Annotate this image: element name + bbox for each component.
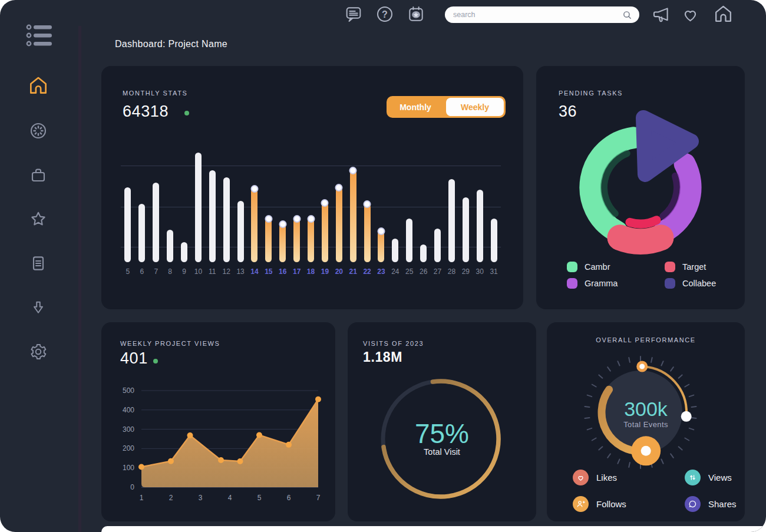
bar-tick-label: 29 bbox=[462, 267, 470, 276]
bar-tick-label: 30 bbox=[476, 267, 484, 276]
legend-item-cambr: Cambr bbox=[567, 262, 665, 272]
help-icon[interactable]: ? bbox=[375, 5, 394, 24]
sidebar-item-documents[interactable] bbox=[29, 254, 48, 273]
performance-gauge bbox=[547, 322, 745, 470]
bar-slot-30: 30 bbox=[473, 144, 487, 276]
pending-tasks-label: PENDING TASKS bbox=[559, 90, 623, 97]
calendar-star-icon[interactable] bbox=[407, 5, 425, 24]
gauge-caption: Total Events bbox=[547, 420, 745, 429]
sidebar-item-bag[interactable] bbox=[29, 166, 48, 184]
weekly-views-area-chart: 01002003004005001234567 bbox=[101, 322, 335, 521]
bar-day-22 bbox=[364, 204, 371, 262]
bar-day-31 bbox=[491, 219, 497, 262]
gridline bbox=[121, 166, 501, 166]
bar-day-6 bbox=[138, 204, 145, 262]
legend-swatch bbox=[665, 278, 675, 289]
sidebar-item-dashboard[interactable] bbox=[29, 121, 48, 140]
chat-icon[interactable] bbox=[344, 5, 363, 24]
bar-knob bbox=[307, 215, 315, 223]
legend-item-target: Target bbox=[665, 262, 726, 272]
search-bar bbox=[445, 6, 639, 23]
bar-day-30 bbox=[477, 190, 483, 263]
performance-legend-item-likes: Likes bbox=[573, 470, 685, 485]
bar-day-19 bbox=[322, 203, 328, 262]
bar-tick-label: 20 bbox=[335, 267, 343, 276]
bar-slot-23: 23 bbox=[374, 144, 388, 276]
bar-slot-10: 10 bbox=[191, 144, 205, 276]
bar-tick-label: 22 bbox=[363, 267, 371, 276]
bar-slot-24: 24 bbox=[388, 144, 402, 276]
performance-legend-label: Shares bbox=[708, 499, 737, 509]
bar-tick-label: 24 bbox=[391, 267, 399, 276]
bar-slot-25: 25 bbox=[402, 144, 417, 276]
bar-day-12 bbox=[223, 177, 230, 262]
menu-list-icon[interactable] bbox=[26, 24, 57, 47]
bar-tick-label: 26 bbox=[420, 267, 427, 276]
toggle-monthly-button[interactable]: Monthly bbox=[387, 96, 444, 118]
visits-card: VISITS OF 2023 1.18M 75% Total Visit bbox=[348, 322, 536, 521]
svg-text:100: 100 bbox=[123, 464, 134, 472]
bar-slot-16: 16 bbox=[276, 144, 290, 276]
svg-text:2: 2 bbox=[169, 494, 173, 502]
sidebar-item-favorites[interactable] bbox=[29, 210, 48, 229]
bar-slot-6: 6 bbox=[135, 144, 149, 276]
arrows-up-down-icon bbox=[685, 470, 701, 485]
legend-label: Target bbox=[682, 262, 706, 272]
monthly-stats-value: 64318 bbox=[123, 103, 169, 121]
bar-knob bbox=[250, 185, 258, 193]
gridline bbox=[121, 207, 501, 207]
bar-tick-label: 11 bbox=[209, 267, 216, 276]
bar-tick-label: 19 bbox=[321, 267, 329, 276]
toggle-weekly-button[interactable]: Weekly bbox=[446, 98, 504, 116]
sidebar-item-home[interactable] bbox=[27, 74, 49, 97]
bar-day-24 bbox=[392, 239, 398, 262]
bar-knob bbox=[321, 199, 329, 207]
bar-knob bbox=[349, 167, 357, 174]
svg-text:6: 6 bbox=[287, 494, 291, 502]
sidebar-item-settings[interactable] bbox=[29, 342, 48, 361]
search-icon[interactable] bbox=[622, 10, 632, 20]
legend-label: Collabee bbox=[682, 279, 716, 288]
svg-text:200: 200 bbox=[123, 444, 134, 452]
bar-tick-label: 8 bbox=[168, 267, 172, 276]
performance-legend-item-shares: Shares bbox=[685, 496, 737, 512]
dashboard-app: Dashboard: Project Name ? bbox=[0, 0, 766, 532]
legend-label: Gramma bbox=[585, 279, 618, 288]
bar-day-16 bbox=[279, 224, 286, 262]
bar-slot-19: 19 bbox=[318, 144, 332, 276]
sidebar-item-downloads[interactable] bbox=[29, 299, 47, 316]
performance-legend-label: Views bbox=[708, 472, 732, 483]
bar-slot-20: 20 bbox=[332, 144, 346, 276]
bar-slot-7: 7 bbox=[149, 144, 163, 276]
bar-slot-31: 31 bbox=[487, 144, 501, 276]
svg-text:400: 400 bbox=[123, 406, 134, 414]
overall-performance-card: OVERALL PERFORMANCE 300k Total Events Li… bbox=[547, 322, 745, 521]
bar-day-29 bbox=[463, 197, 469, 262]
bar-knob bbox=[265, 215, 272, 223]
bar-tick-label: 31 bbox=[490, 267, 497, 276]
bar-day-15 bbox=[265, 219, 272, 262]
pending-tasks-card: PENDING TASKS 36 CambrTargetGrammaCollab… bbox=[536, 66, 745, 309]
bar-knob bbox=[364, 200, 371, 208]
svg-text:3: 3 bbox=[199, 494, 203, 502]
heart-icon[interactable] bbox=[681, 6, 699, 24]
bar-day-10 bbox=[195, 153, 202, 262]
bar-tick-label: 10 bbox=[194, 267, 202, 276]
bar-tick-label: 6 bbox=[140, 267, 144, 276]
bar-slot-8: 8 bbox=[163, 144, 177, 276]
donut-legend: CambrTargetGrammaCollabee bbox=[567, 262, 726, 289]
person-plus-icon bbox=[573, 496, 589, 512]
home-icon[interactable] bbox=[712, 3, 734, 25]
bar-slot-13: 13 bbox=[233, 144, 247, 276]
monthly-stats-card: MONTHLY STATS 64318 Monthly Weekly 56789… bbox=[101, 66, 523, 309]
bar-tick-label: 5 bbox=[126, 267, 130, 276]
announcement-icon[interactable] bbox=[651, 5, 671, 25]
svg-text:5: 5 bbox=[257, 494, 262, 502]
bar-tick-label: 17 bbox=[293, 267, 301, 276]
bar-day-5 bbox=[124, 187, 131, 262]
bar-slot-14: 14 bbox=[247, 144, 262, 276]
bar-slot-21: 21 bbox=[346, 144, 360, 276]
search-input[interactable] bbox=[452, 10, 622, 19]
performance-legend-label: Follows bbox=[596, 499, 626, 509]
bar-slot-29: 29 bbox=[458, 144, 473, 276]
